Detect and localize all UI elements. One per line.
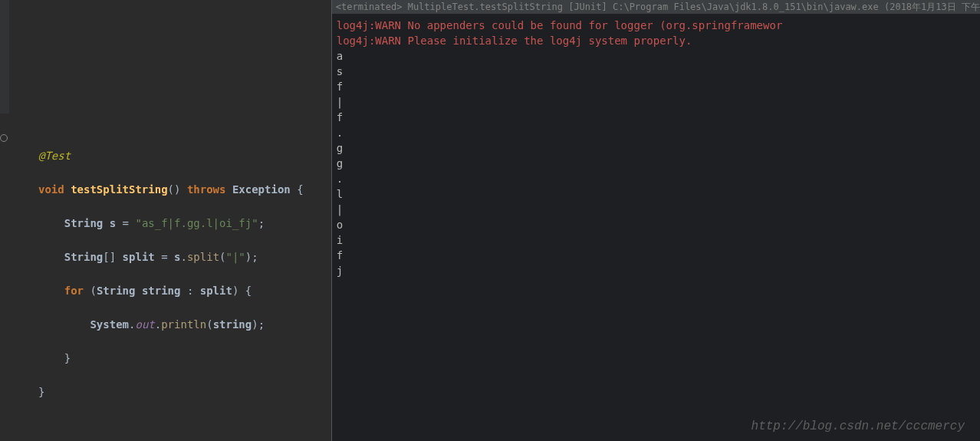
editor-pane[interactable]: @Test void testSplitString() throws Exce…	[0, 0, 331, 441]
exception-type: Exception	[232, 183, 291, 196]
method-name: testSplitString	[71, 183, 167, 196]
code-line-7: }	[38, 350, 304, 367]
var-s: s	[110, 217, 116, 229]
editor-gutter	[0, 0, 9, 114]
keyword-throws: throws	[187, 183, 226, 196]
code-line-5: for (String string : split) {	[38, 282, 304, 299]
main-container: @Test void testSplitString() throws Exce…	[0, 0, 980, 441]
console-output-line: j	[337, 263, 975, 278]
console-content[interactable]: log4j:WARN No appenders could be found f…	[332, 14, 980, 282]
watermark: http://blog.csdn.net/cccmercy	[751, 420, 965, 433]
var-split: split	[123, 251, 155, 263]
console-output-line: f	[337, 248, 975, 263]
code-line-8: }	[38, 383, 304, 400]
console-output-line: .	[337, 125, 975, 140]
annotation: @Test	[38, 150, 71, 162]
code-area[interactable]: @Test void testSplitString() throws Exce…	[38, 130, 304, 434]
console-output-line: |	[337, 94, 975, 110]
console-output-line: i	[337, 232, 975, 248]
console-warn-line: log4j:WARN Please initialize the log4j s…	[337, 33, 975, 48]
brace: {	[297, 183, 303, 196]
console-output-line: |	[337, 202, 975, 217]
code-line-6: System.out.println(string);	[38, 316, 304, 333]
console-output-line: g	[337, 140, 975, 156]
console-output-line: o	[337, 217, 975, 232]
out-field: out	[135, 318, 154, 331]
type-string-arr: String	[64, 251, 104, 263]
console-output-line: .	[337, 171, 975, 186]
console-pane[interactable]: <terminated> MultipleTest.testSplitStrin…	[331, 0, 980, 441]
string-literal: "as_f|f.gg.l|oi_fj"	[135, 217, 258, 229]
console-output-line: f	[337, 79, 975, 94]
breakpoint-indicator[interactable]	[0, 134, 8, 142]
type-string: String	[64, 217, 104, 229]
console-header: <terminated> MultipleTest.testSplitStrin…	[332, 0, 980, 14]
console-output-line: l	[337, 186, 975, 202]
console-output-line: g	[337, 156, 975, 171]
code-line-2: void testSplitString() throws Exception …	[38, 181, 304, 198]
code-line-4: String[] split = s.split("|");	[38, 248, 304, 265]
code-line-1: @Test	[38, 147, 304, 164]
keyword-void: void	[38, 183, 64, 196]
console-output-line: a	[337, 48, 975, 64]
parens: ()	[168, 183, 181, 196]
code-line-3: String s = "as_f|f.gg.l|oi_fj";	[38, 215, 304, 232]
keyword-for: for	[64, 285, 84, 297]
console-output-line: s	[337, 64, 975, 79]
console-output-line: f	[337, 110, 975, 125]
console-warn-line: log4j:WARN No appenders could be found f…	[337, 18, 975, 33]
